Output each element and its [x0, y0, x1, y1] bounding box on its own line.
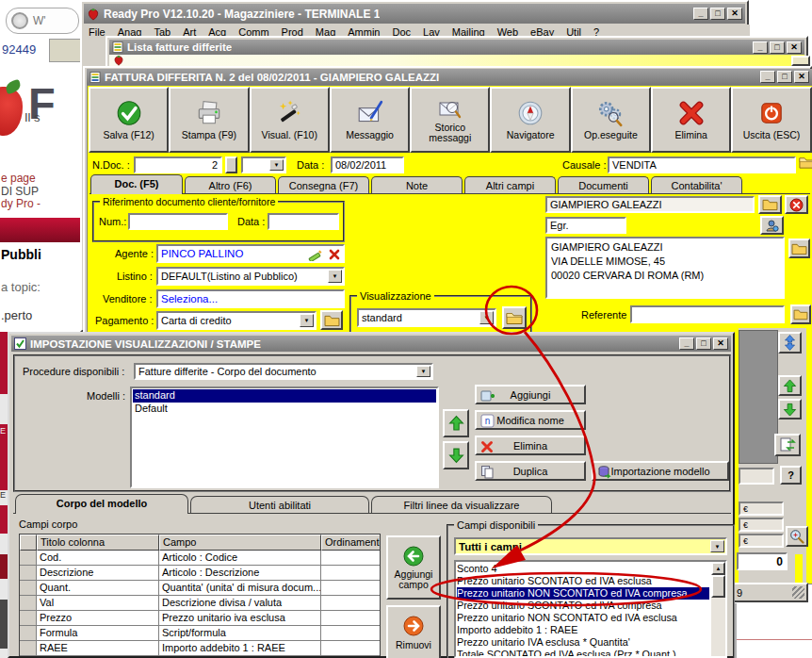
venditore-field[interactable]: Seleziona...	[156, 289, 345, 308]
ndoc-suffix-combo[interactable]: ▼	[241, 156, 286, 173]
scrollbar[interactable]: ▲	[711, 562, 725, 656]
list-item[interactable]: Default	[133, 403, 436, 416]
chevron-down-icon[interactable]: ▼	[328, 270, 342, 283]
salva-button[interactable]: Salva (F12)	[89, 87, 169, 153]
table-row[interactable]: Cod. Articolo : Codice	[20, 551, 380, 566]
tab-altri-campi[interactable]: Altri campi	[464, 176, 556, 194]
visualizzazione-combo[interactable]: standard▼	[357, 308, 496, 327]
close-icon[interactable]: ✕	[794, 71, 809, 83]
customer-name-field[interactable]: GIAMPIERO GALEAZZI	[545, 196, 755, 213]
customer-contact-button[interactable]	[760, 216, 784, 235]
scrollbar-thumb[interactable]	[711, 575, 725, 598]
rif-data-input[interactable]	[268, 213, 339, 230]
referente-folder-button[interactable]	[790, 304, 811, 324]
list-item-selected[interactable]: Prezzo unitario NON SCONTATO ed IVA comp…	[457, 587, 709, 600]
address-folder-button[interactable]	[788, 239, 810, 258]
table-row[interactable]: Val Descrizione divisa / valuta	[20, 596, 380, 611]
ndoc-input[interactable]: 2	[134, 156, 222, 173]
tab-corpo-del-modello[interactable]: Corpo del modello	[15, 494, 188, 514]
elimina-modello-button[interactable]: Elimina	[475, 436, 586, 455]
list-item[interactable]: Totale SCONTATO ed IVA esclusa (Prz * Qu…	[457, 649, 709, 658]
storico-messaggi-button[interactable]: Storico messaggi	[410, 87, 490, 153]
data-input[interactable]: 08/02/2011	[331, 156, 404, 173]
column-header[interactable]: Ordinamento	[321, 535, 380, 551]
table-row[interactable]: Quant. Quantita' (unita' di misura docum…	[20, 581, 380, 596]
agente-field[interactable]: PINCO PALLINO	[156, 244, 345, 263]
main-titlebar[interactable]: Ready Pro V12.10.20 - Magazziniere - TER…	[84, 4, 745, 24]
lista-toolbar-button[interactable]	[791, 56, 810, 66]
modifica-nome-button[interactable]: nModifica nome	[475, 410, 586, 430]
clear-x-icon[interactable]	[329, 249, 340, 260]
table-row[interactable]: Prezzo Prezzo unitario iva esclusa	[20, 611, 380, 626]
pencil-icon[interactable]	[307, 248, 323, 261]
table-row[interactable]: Descrizione Articolo : Descrizione	[20, 566, 380, 581]
num-input[interactable]	[128, 213, 228, 230]
elimina-button[interactable]: Elimina	[651, 87, 731, 153]
modelli-listbox[interactable]: standard Default	[130, 387, 439, 488]
tab-doc[interactable]: Doc. (F5)	[90, 174, 183, 194]
pagamento-folder-button[interactable]	[320, 310, 343, 330]
list-item[interactable]: Prezzo unitario NON SCONTATO ed IVA escl…	[457, 612, 709, 624]
ndoc-spin-button[interactable]	[225, 156, 237, 173]
model-down-button[interactable]	[443, 441, 469, 469]
customer-remove-button[interactable]	[785, 195, 808, 214]
menu-file[interactable]: File	[89, 26, 106, 38]
stampa-button[interactable]: Stampa (F9)	[169, 87, 249, 153]
rimuovi-button[interactable]: Rimuovi	[386, 605, 441, 658]
procedure-combo[interactable]: Fatture differite - Corpo del documento▼	[134, 363, 433, 380]
duplica-button[interactable]: Duplica	[475, 461, 586, 481]
model-up-button[interactable]	[443, 409, 469, 437]
maximize-icon[interactable]: □	[710, 8, 725, 20]
referente-input[interactable]	[630, 305, 785, 323]
maximize-icon[interactable]: □	[777, 71, 792, 83]
field-filter-combo[interactable]: Tutti i campi▼	[454, 537, 727, 555]
zoom-search-button[interactable]	[786, 526, 808, 547]
messaggio-button[interactable]: Messaggio	[330, 87, 410, 153]
customer-salutation-field[interactable]: Egr.	[545, 217, 626, 234]
customer-folder-button[interactable]	[758, 195, 782, 214]
minimize-icon[interactable]: _	[679, 337, 694, 350]
importazione-modello-button[interactable]: Importazione modello	[592, 461, 729, 481]
close-icon[interactable]: ✕	[713, 337, 728, 350]
move-up-button[interactable]	[778, 375, 802, 396]
list-item[interactable]: Sconto 4	[457, 563, 709, 575]
list-item[interactable]: Importo addebito 1 : RAEE	[457, 624, 709, 636]
browser-link-2[interactable]: dy Pro -	[1, 197, 41, 210]
help-button[interactable]: ?	[780, 466, 802, 485]
list-item[interactable]: Prezzo unitario IVA esclusa * Quantita'	[457, 636, 709, 649]
minimize-icon[interactable]: _	[753, 41, 768, 54]
tab-filtri-linee[interactable]: Filtri linee da visualizzare	[371, 496, 552, 514]
minimize-icon[interactable]: _	[760, 71, 775, 83]
chevron-down-icon[interactable]: ▼	[269, 159, 284, 171]
swap-updown-button[interactable]	[778, 332, 802, 354]
folder-icon[interactable]	[799, 156, 812, 170]
visual-button[interactable]: Visual. (F10)	[250, 87, 330, 153]
navigatore-button[interactable]: Navigatore	[490, 87, 570, 153]
available-fields-listbox[interactable]: Sconto 4 Prezzo unitario SCONTATO ed IVA…	[454, 560, 727, 658]
tab-consegna[interactable]: Consegna (F7)	[278, 176, 369, 194]
side-small-field[interactable]	[739, 468, 774, 485]
tab-utenti-abilitati[interactable]: Utenti abilitati	[190, 496, 369, 514]
fattura-titlebar[interactable]: FATTURA DIFFERITA N. 2 del 08/02/2011 - …	[87, 69, 812, 85]
list-item[interactable]: Prezzo unitario SCONTATO ed IVA compresa	[457, 600, 709, 612]
maximize-icon[interactable]: □	[770, 41, 785, 54]
browser-link-1[interactable]: e page	[1, 172, 36, 185]
tab-documenti[interactable]: Documenti	[558, 176, 649, 194]
chevron-down-icon[interactable]: ▼	[416, 366, 430, 377]
visualizzazione-settings-folder-button[interactable]	[502, 306, 527, 329]
aggiungi-campo-button[interactable]: Aggiungi campo	[386, 535, 441, 600]
move-down-button[interactable]	[778, 399, 802, 419]
dialog-titlebar[interactable]: IMPOSTAZIONE VISUALIZZAZIONI / STAMPE _ …	[11, 336, 731, 352]
op-eseguite-button[interactable]: Op.eseguite	[571, 87, 651, 153]
tab-altro[interactable]: Altro (F6)	[185, 176, 276, 194]
pagamento-combo[interactable]: Carta di credito▼	[156, 311, 317, 330]
chevron-down-icon[interactable]: ▼	[300, 314, 314, 327]
resize-grip-icon[interactable]	[792, 586, 804, 599]
listino-combo[interactable]: DEFAULT(Listino al Pubblico)▼	[156, 267, 345, 286]
close-icon[interactable]: ✕	[787, 41, 802, 54]
table-row[interactable]: Formula Script/formula	[20, 626, 380, 641]
column-header[interactable]: Titolo colonna	[37, 535, 159, 551]
column-header[interactable]: Campo	[159, 535, 321, 551]
scroll-up-icon[interactable]: ▲	[711, 562, 725, 575]
maximize-icon[interactable]: □	[696, 337, 711, 350]
